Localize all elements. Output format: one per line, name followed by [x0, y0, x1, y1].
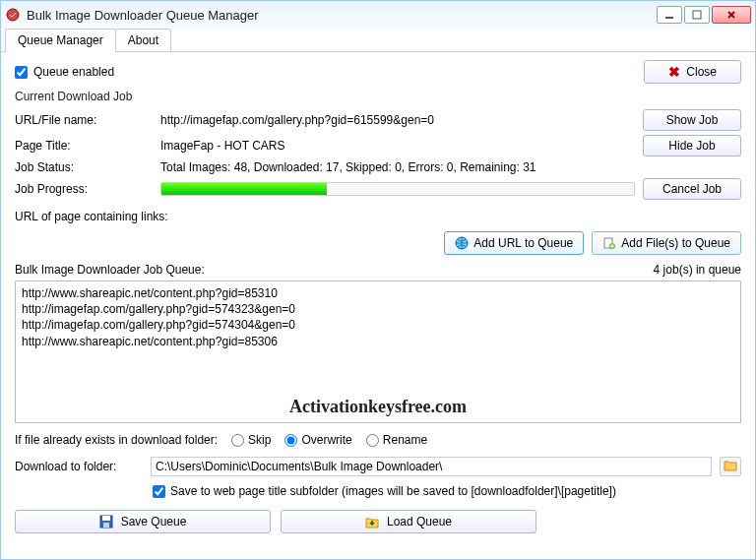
rename-label: Rename: [383, 433, 427, 447]
url-input-label: URL of page containing links:: [15, 210, 741, 223]
list-item[interactable]: http://www.shareapic.net/content.php?gid…: [22, 285, 734, 301]
close-icon: ✖: [668, 64, 680, 80]
job-status-value: Total Images: 48, Downloaded: 17, Skippe…: [160, 160, 635, 174]
overwrite-label: Overwrite: [301, 433, 351, 447]
bottom-buttons: Save Queue Load Queue: [15, 510, 741, 533]
close-button[interactable]: ✖ Close: [644, 60, 741, 84]
subfolder-row: Save to web page title subfolder (images…: [153, 484, 741, 498]
download-folder-input[interactable]: [151, 457, 712, 476]
app-window: Bulk Image Downloader Queue Manager Queu…: [0, 0, 756, 560]
job-info-grid: URL/File name: http://imagefap.com/galle…: [15, 109, 741, 200]
globe-icon: [455, 236, 469, 250]
file-exists-row: If file already exists in download folde…: [15, 433, 741, 447]
add-files-button[interactable]: Add File(s) to Queue: [592, 231, 741, 255]
save-icon: [99, 515, 113, 529]
save-queue-label: Save Queue: [121, 515, 187, 529]
skip-radio[interactable]: [231, 434, 244, 447]
hide-job-button[interactable]: Hide Job: [643, 135, 741, 156]
rename-option[interactable]: Rename: [366, 433, 427, 447]
svg-rect-2: [693, 11, 701, 19]
queue-enabled-row: Queue enabled ✖ Close: [15, 60, 741, 84]
overwrite-option[interactable]: Overwrite: [284, 433, 351, 447]
subfolder-checkbox[interactable]: [153, 485, 165, 498]
url-value: http://imagefap.com/gallery.php?gid=6155…: [160, 113, 635, 127]
save-queue-button[interactable]: Save Queue: [15, 510, 271, 533]
add-files-label: Add File(s) to Queue: [621, 236, 730, 250]
current-job-header: Current Download Job: [15, 90, 741, 103]
window-title: Bulk Image Downloader Queue Manager: [27, 8, 657, 23]
app-icon: [5, 7, 21, 23]
tab-about[interactable]: About: [115, 29, 171, 51]
queue-listbox[interactable]: http://www.shareapic.net/content.php?gid…: [15, 280, 741, 423]
tab-queue-manager[interactable]: Queue Manager: [5, 29, 116, 52]
skip-option[interactable]: Skip: [231, 433, 271, 447]
subfolder-label: Save to web page title subfolder (images…: [170, 484, 616, 498]
add-url-label: Add URL to Queue: [473, 236, 573, 250]
titlebar: Bulk Image Downloader Queue Manager: [1, 1, 755, 29]
job-progress-fill: [161, 183, 327, 195]
tab-bar: Queue Manager About: [1, 29, 755, 52]
queue-header-row: Bulk Image Downloader Job Queue: 4 job(s…: [15, 263, 741, 277]
file-add-icon: [602, 236, 616, 250]
job-progress-bar: [160, 182, 635, 196]
watermark-text: Activationkeysfree.com: [289, 395, 467, 418]
content-area: Queue enabled ✖ Close Current Download J…: [1, 52, 755, 559]
svg-rect-9: [102, 516, 110, 521]
job-status-label: Job Status:: [15, 160, 153, 174]
folder-icon: [724, 460, 737, 474]
queue-count: 4 job(s) in queue: [654, 263, 741, 277]
browse-folder-button[interactable]: [720, 457, 741, 476]
window-controls: [657, 6, 751, 24]
job-progress-label: Job Progress:: [15, 182, 153, 196]
list-item[interactable]: http://imagefap.com/gallery.php?gid=5743…: [22, 301, 734, 317]
svg-rect-10: [103, 523, 109, 528]
queue-enabled-checkbox[interactable]: [15, 66, 28, 79]
minimize-button[interactable]: [657, 6, 682, 24]
queue-enabled-label: Queue enabled: [33, 65, 114, 79]
add-url-button[interactable]: Add URL to Queue: [444, 231, 584, 255]
overwrite-radio[interactable]: [284, 434, 297, 447]
page-title-value: ImageFap - HOT CARS: [160, 139, 635, 153]
maximize-button[interactable]: [684, 6, 710, 24]
window-close-button[interactable]: [712, 6, 751, 24]
file-exists-label: If file already exists in download folde…: [15, 433, 218, 447]
close-button-label: Close: [686, 65, 717, 79]
load-icon: [365, 515, 379, 529]
add-buttons-row: Add URL to Queue Add File(s) to Queue: [15, 231, 741, 255]
list-item[interactable]: http://www.shareapic.net/content.php?gid…: [22, 334, 734, 349]
download-to-label: Download to folder:: [15, 460, 143, 473]
cancel-job-button[interactable]: Cancel Job: [643, 178, 741, 200]
queue-label: Bulk Image Downloader Job Queue:: [15, 263, 205, 277]
rename-radio[interactable]: [366, 434, 379, 447]
list-item[interactable]: http://imagefap.com/gallery.php?gid=5743…: [22, 317, 734, 333]
load-queue-label: Load Queue: [387, 515, 452, 529]
url-label: URL/File name:: [15, 113, 153, 127]
load-queue-button[interactable]: Load Queue: [281, 510, 536, 533]
svg-point-0: [7, 9, 19, 21]
show-job-button[interactable]: Show Job: [643, 109, 741, 131]
page-title-label: Page Title:: [15, 139, 153, 153]
download-folder-row: Download to folder:: [15, 457, 741, 476]
skip-label: Skip: [248, 433, 271, 447]
url-input-section: URL of page containing links:: [15, 210, 741, 223]
